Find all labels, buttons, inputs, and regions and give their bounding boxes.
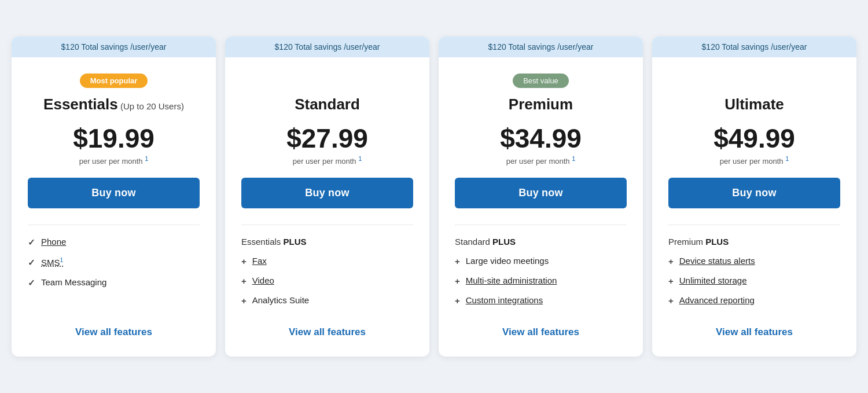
plus-icon: + [668,276,674,286]
plan-card-premium: $120 Total savings /user/yearBest valueP… [439,36,643,356]
plan-price-essentials: $19.99 [28,123,200,154]
plan-body-standard: Standard$27.99per user per month 1Buy no… [225,57,429,356]
plus-icon: + [241,276,247,286]
plus-icon: + [668,256,674,266]
feature-text-standard-1: Video [252,276,274,285]
plus-icon: + [455,276,460,286]
feature-list-standard: +Fax+Video+Analytics Suite [241,256,413,315]
feature-list-ultimate: +Device status alerts+Unlimited storage+… [668,256,840,315]
feature-list-premium: +Large video meetings+Multi-site adminis… [455,256,627,315]
divider-essentials [28,225,200,225]
plan-body-ultimate: Ultimate$49.99per user per month 1Buy no… [652,57,856,356]
list-item: ✓Team Messaging [28,277,200,288]
feature-text-ultimate-2: Advanced reporting [679,295,755,305]
plan-name-essentials: Essentials (Up to 20 Users) [28,96,200,113]
list-item: +Video [241,276,413,286]
view-all-essentials[interactable]: View all features [28,326,200,338]
plus-icon: + [455,256,460,266]
list-item: +Multi-site administration [455,276,627,286]
plan-name-ultimate: Ultimate [668,96,840,113]
divider-ultimate [668,225,840,225]
list-item: +Advanced reporting [668,295,840,306]
feature-text-essentials-2: Team Messaging [41,277,106,287]
plan-name-premium: Premium [455,96,627,113]
savings-banner-ultimate: $120 Total savings /user/year [652,36,856,57]
features-label-ultimate: Premium PLUS [668,237,840,247]
plus-icon: + [668,296,674,306]
feature-text-standard-2: Analytics Suite [252,295,309,305]
plus-icon: + [455,296,460,306]
pricing-container: $120 Total savings /user/yearMost popula… [12,36,856,356]
feature-text-premium-0: Large video meetings [466,256,549,266]
features-label-premium: Standard PLUS [455,237,627,247]
view-all-ultimate[interactable]: View all features [668,326,840,338]
plan-card-ultimate: $120 Total savings /user/yearUltimate$49… [652,36,856,356]
plan-price-standard: $27.99 [241,123,413,154]
list-item: +Analytics Suite [241,295,413,306]
feature-list-essentials: ✓Phone✓SMS1✓Team Messaging [28,237,200,315]
plus-icon: + [241,256,247,266]
plan-name-standard: Standard [241,96,413,113]
price-sub-essentials: per user per month 1 [28,155,200,166]
price-sub-ultimate: per user per month 1 [668,155,840,166]
feature-text-ultimate-0: Device status alerts [679,256,755,266]
savings-banner-premium: $120 Total savings /user/year [439,36,643,57]
feature-text-essentials-0: Phone [41,237,66,247]
list-item: ✓SMS1 [28,257,200,268]
divider-standard [241,225,413,225]
feature-text-premium-1: Multi-site administration [466,276,557,285]
buy-button-premium[interactable]: Buy now [455,178,627,208]
list-item: ✓Phone [28,237,200,248]
buy-button-ultimate[interactable]: Buy now [668,178,840,208]
plan-card-essentials: $120 Total savings /user/yearMost popula… [12,36,216,356]
plan-price-ultimate: $49.99 [668,123,840,154]
savings-banner-essentials: $120 Total savings /user/year [12,36,216,57]
buy-button-essentials[interactable]: Buy now [28,178,200,208]
check-icon: ✓ [28,278,35,288]
list-item: +Custom integrations [455,295,627,306]
badge-row-standard [241,71,413,90]
plus-icon: + [241,296,247,306]
price-sub-standard: per user per month 1 [241,155,413,166]
price-sub-premium: per user per month 1 [455,155,627,166]
feature-text-ultimate-1: Unlimited storage [679,276,747,285]
feature-text-standard-0: Fax [252,256,267,266]
plan-body-premium: Best valuePremium$34.99per user per mont… [439,57,643,356]
list-item: +Fax [241,256,413,266]
check-icon: ✓ [28,258,35,268]
list-item: +Device status alerts [668,256,840,266]
badge-row-premium: Best value [455,71,627,90]
list-item: +Unlimited storage [668,276,840,286]
badge-row-essentials: Most popular [28,71,200,90]
features-label-standard: Essentials PLUS [241,237,413,247]
view-all-premium[interactable]: View all features [455,326,627,338]
feature-text-premium-2: Custom integrations [466,295,543,305]
view-all-standard[interactable]: View all features [241,326,413,338]
badge-value-premium: Best value [513,74,569,88]
plan-body-essentials: Most popularEssentials (Up to 20 Users)$… [12,57,216,356]
list-item: +Large video meetings [455,256,627,266]
divider-premium [455,225,627,225]
savings-banner-standard: $120 Total savings /user/year [225,36,429,57]
badge-row-ultimate [668,71,840,90]
plan-card-standard: $120 Total savings /user/yearStandard$27… [225,36,429,356]
plan-price-premium: $34.99 [455,123,627,154]
feature-text-essentials-1: SMS1 [41,257,63,267]
buy-button-standard[interactable]: Buy now [241,178,413,208]
check-icon: ✓ [28,237,35,248]
badge-popular-essentials: Most popular [80,74,148,88]
